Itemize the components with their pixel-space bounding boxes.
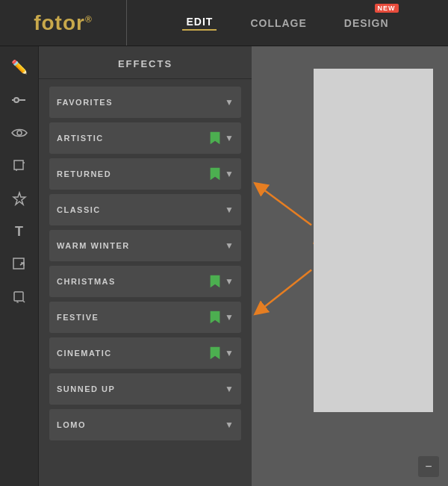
dropdown-arrow-returned: ▼ xyxy=(225,169,234,179)
dropdown-arrow-cinematic: ▼ xyxy=(225,348,234,358)
effects-list: FAVORITES ▼ ARTISTIC ▼ RETURNED xyxy=(39,79,252,448)
canvas-area: Fotor Pro Features − xyxy=(252,46,448,486)
nav-collage[interactable]: COLLAGE xyxy=(246,17,310,29)
bookmark-icon-cinematic xyxy=(208,346,222,361)
effect-label-artistic: ARTISTIC xyxy=(57,134,104,143)
effect-controls-cinematic: ▼ xyxy=(208,346,234,361)
new-badge: NEW xyxy=(375,4,399,13)
effect-controls-classic: ▼ xyxy=(225,205,234,215)
effect-row-cinematic[interactable]: CINEMATIC ▼ xyxy=(49,337,241,369)
dropdown-arrow-festive: ▼ xyxy=(225,312,234,323)
effect-row-lomo[interactable]: LOMO ▼ xyxy=(49,409,241,440)
bookmark-icon-returned xyxy=(208,166,222,181)
bookmark-icon-festive xyxy=(208,310,222,325)
effect-row-sunned-up[interactable]: SUNNED UP ▼ xyxy=(49,373,241,405)
effect-label-cinematic: CINEMATIC xyxy=(57,349,112,358)
effect-label-classic: CLASSIC xyxy=(57,205,101,214)
effect-label-returned: RETURNED xyxy=(57,169,111,178)
zoom-out-button[interactable]: − xyxy=(418,456,439,477)
text-tool-icon[interactable]: T xyxy=(6,218,33,245)
view-tool-icon[interactable] xyxy=(6,119,33,146)
effect-label-warm-winter: WARM WINTER xyxy=(57,241,130,250)
bookmark-icon-christmas xyxy=(208,274,222,289)
effect-label-christmas: CHRISTMAS xyxy=(57,277,116,286)
dropdown-arrow-warm-winter: ▼ xyxy=(225,240,234,251)
top-navigation: fotor® EDIT COLLAGE DESIGN NEW xyxy=(0,0,448,46)
nav-items: EDIT COLLAGE DESIGN NEW xyxy=(127,0,448,46)
effect-controls-favorites: ▼ xyxy=(225,97,234,108)
nav-design[interactable]: DESIGN NEW xyxy=(340,17,393,29)
effect-row-returned[interactable]: RETURNED ▼ xyxy=(49,158,241,190)
svg-point-1 xyxy=(15,99,18,102)
effect-row-christmas[interactable]: CHRISTMAS ▼ xyxy=(49,266,241,297)
effects-panel: EFFECTS FAVORITES ▼ ARTISTIC ▼ xyxy=(39,46,252,486)
draw-tool-icon[interactable] xyxy=(6,284,33,311)
logo-area: fotor® xyxy=(0,0,127,46)
effect-controls-sunned-up: ▼ xyxy=(225,384,234,394)
svg-marker-8 xyxy=(13,193,25,205)
effect-row-warm-winter[interactable]: WARM WINTER ▼ xyxy=(49,230,241,261)
svg-rect-5 xyxy=(14,161,23,169)
effects-title: EFFECTS xyxy=(39,46,252,79)
dropdown-arrow-christmas: ▼ xyxy=(225,276,234,287)
svg-point-4 xyxy=(17,131,22,135)
effect-controls-artistic: ▼ xyxy=(208,131,234,146)
dropdown-arrow-artistic: ▼ xyxy=(225,133,234,143)
effect-row-classic[interactable]: CLASSIC ▼ xyxy=(49,194,241,225)
adjust-tool-icon[interactable] xyxy=(6,87,33,113)
svg-rect-11 xyxy=(14,292,23,301)
dropdown-arrow-classic: ▼ xyxy=(225,205,234,215)
bookmark-icon-artistic xyxy=(208,131,222,146)
main-area: ✏️ T xyxy=(0,46,448,486)
crop-tool-icon[interactable] xyxy=(6,152,33,179)
canvas-image xyxy=(314,69,433,412)
left-toolbar: ✏️ T xyxy=(0,46,39,486)
dropdown-arrow-favorites: ▼ xyxy=(225,97,234,108)
effect-row-artistic[interactable]: ARTISTIC ▼ xyxy=(49,122,241,154)
effect-label-festive: FESTIVE xyxy=(57,313,99,322)
svg-line-12 xyxy=(23,301,25,302)
effect-row-festive[interactable]: FESTIVE ▼ xyxy=(49,302,241,333)
effect-controls-returned: ▼ xyxy=(208,166,234,181)
edit-tool-icon[interactable]: ✏️ xyxy=(6,54,33,81)
effect-row-favorites[interactable]: FAVORITES ▼ xyxy=(49,87,241,118)
effect-label-lomo: LOMO xyxy=(57,420,86,429)
resize-tool-icon[interactable] xyxy=(6,251,33,278)
effect-controls-lomo: ▼ xyxy=(225,420,234,430)
effect-label-favorites: FAVORITES xyxy=(57,98,113,107)
logo: fotor® xyxy=(34,11,93,35)
effect-label-sunned-up: SUNNED UP xyxy=(57,384,115,393)
star-tool-icon[interactable] xyxy=(6,185,33,212)
effect-controls-christmas: ▼ xyxy=(208,274,234,289)
effect-controls-festive: ▼ xyxy=(208,310,234,325)
dropdown-arrow-lomo: ▼ xyxy=(225,420,234,430)
dropdown-arrow-sunned-up: ▼ xyxy=(225,384,234,394)
nav-edit[interactable]: EDIT xyxy=(182,16,217,31)
effect-controls-warm-winter: ▼ xyxy=(225,240,234,251)
